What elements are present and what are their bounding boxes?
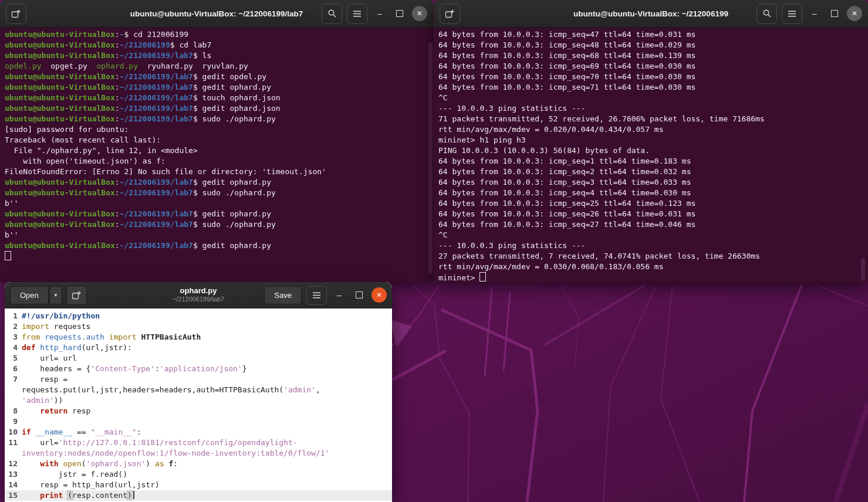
new-tab-button[interactable]: [440, 4, 460, 24]
terminal-line: ubuntu@ubuntu-VirtualBox:~/212006199/lab…: [5, 188, 428, 198]
menu-button[interactable]: [306, 286, 327, 305]
line-number: 5: [5, 353, 22, 364]
new-document-button[interactable]: [66, 286, 87, 305]
code-line: 3from requests.auth import HTTPBasicAuth: [5, 332, 392, 342]
gedit-window: Open ▾ ophard.py ~/212006199/lab7 Save –…: [5, 282, 392, 502]
code-line: 10if __name__ == "__main__":: [5, 427, 392, 437]
close-icon: ✕: [417, 9, 423, 18]
terminal-left-output[interactable]: ubuntu@ubuntu-VirtualBox:~$ cd 212006199…: [0, 28, 433, 283]
save-button[interactable]: Save: [264, 286, 302, 304]
terminal-line: 64 bytes from 10.0.0.3: icmp_seq=27 ttl=…: [438, 219, 863, 230]
line-number: 15: [5, 490, 22, 501]
close-icon: ✕: [376, 291, 382, 299]
minimize-button[interactable]: –: [372, 6, 387, 21]
terminal-line: 64 bytes from 10.0.0.3: icmp_seq=25 ttl=…: [438, 198, 863, 209]
hamburger-menu-icon: [788, 10, 796, 18]
code-line: 5 url= url: [5, 353, 392, 364]
code-line: inventory:nodes/node/openflow:1/flow-nod…: [5, 448, 392, 459]
terminal-line: 64 bytes from 10.0.0.3: icmp_seq=68 ttl=…: [438, 50, 863, 61]
terminal-line: 64 bytes from 10.0.0.3: icmp_seq=47 ttl=…: [438, 29, 863, 40]
terminal-right-scrollbar[interactable]: [861, 258, 865, 280]
terminal-line: ubuntu@ubuntu-VirtualBox:~/212006199/lab…: [5, 177, 428, 188]
maximize-icon: [356, 291, 363, 299]
code-line: 12 with open('ophard.json') as f:: [5, 459, 392, 469]
terminal-line: ubuntu@ubuntu-VirtualBox:~/212006199/lab…: [5, 240, 428, 251]
terminal-line: ubuntu@ubuntu-VirtualBox:~/212006199/lab…: [5, 114, 428, 124]
terminal-line: ubuntu@ubuntu-VirtualBox:~/212006199/lab…: [5, 72, 428, 82]
menu-button[interactable]: [347, 4, 367, 24]
terminal-line: 64 bytes from 10.0.0.3: icmp_seq=48 ttl=…: [438, 40, 863, 50]
search-button[interactable]: [322, 4, 342, 24]
terminal-window-right: ubuntu@ubuntu-VirtualBox: ~/212006199 – …: [434, 0, 868, 282]
close-button[interactable]: ✕: [371, 287, 387, 303]
window-title: ubuntu@ubuntu-VirtualBox: ~/212006199/la…: [130, 9, 303, 18]
terminal-line: with open('timeout.json') as f:: [5, 156, 428, 167]
terminal-line: 64 bytes from 10.0.0.3: icmp_seq=69 ttl=…: [438, 61, 863, 72]
terminal-line: b'': [5, 230, 428, 240]
code-line: 14 resp = http_hard(url,jstr): [5, 480, 392, 490]
terminal-line: ubuntu@ubuntu-VirtualBox:~$ cd 212006199: [5, 29, 428, 40]
terminal-line: ubuntu@ubuntu-VirtualBox:~/212006199$ cd…: [5, 40, 428, 50]
document-title: ophard.py: [173, 286, 224, 296]
code-line: 13 jstr = f.read(): [5, 469, 392, 480]
terminal-line: File "./ophard.py", line 12, in <module>: [5, 145, 428, 156]
minimize-button[interactable]: –: [332, 287, 347, 303]
terminal-line: ubuntu@ubuntu-VirtualBox:~/212006199/lab…: [5, 219, 428, 230]
code-line: 6 headers = {'Content-Type':'application…: [5, 364, 392, 374]
maximize-button[interactable]: [392, 6, 407, 21]
close-button[interactable]: ✕: [412, 6, 427, 21]
document-path: ~/212006199/lab7: [173, 296, 224, 304]
minimize-icon: –: [812, 9, 817, 18]
terminal-cursor: [5, 251, 11, 260]
line-number: 8: [5, 406, 22, 416]
terminal-line: 64 bytes from 10.0.0.3: icmp_seq=71 ttl=…: [438, 82, 863, 93]
terminal-line: 64 bytes from 10.0.0.3: icmp_seq=26 ttl=…: [438, 209, 863, 219]
terminal-line: ubuntu@ubuntu-VirtualBox:~/212006199/lab…: [5, 103, 428, 114]
maximize-icon: [831, 10, 838, 17]
terminal-line: 64 bytes from 10.0.0.3: icmp_seq=70 ttl=…: [438, 72, 863, 82]
minimize-icon: –: [377, 9, 382, 18]
terminal-right-output[interactable]: 64 bytes from 10.0.0.3: icmp_seq=47 ttl=…: [434, 28, 868, 283]
new-tab-button[interactable]: [6, 4, 26, 24]
terminal-line: 27 packets transmitted, 7 received, 74.0…: [438, 251, 863, 262]
search-button[interactable]: [756, 4, 777, 24]
menu-button[interactable]: [782, 4, 802, 24]
gedit-headerbar: Open ▾ ophard.py ~/212006199/lab7 Save –…: [5, 282, 392, 308]
new-tab-icon: [11, 9, 21, 19]
minimize-button[interactable]: –: [807, 6, 822, 21]
line-number: [5, 395, 22, 406]
terminal-line: ubuntu@ubuntu-VirtualBox:~/212006199/lab…: [5, 209, 428, 219]
terminal-line: ^C: [438, 230, 863, 240]
line-number: 10: [5, 427, 22, 437]
line-number: 6: [5, 364, 22, 374]
terminal-line: ubuntu@ubuntu-VirtualBox:~/212006199/lab…: [5, 93, 428, 103]
close-button[interactable]: ✕: [847, 6, 862, 21]
terminal-line: PING 10.0.0.3 (10.0.0.3) 56(84) bytes of…: [438, 145, 863, 156]
terminal-line: b'': [5, 198, 428, 209]
line-number: 9: [5, 416, 22, 427]
open-dropdown-button[interactable]: ▾: [49, 286, 63, 304]
terminal-line: --- 10.0.0.3 ping statistics ---: [438, 240, 863, 251]
terminal-line: [5, 251, 428, 262]
close-icon: ✕: [852, 9, 857, 18]
maximize-button[interactable]: [352, 287, 367, 303]
maximize-button[interactable]: [827, 6, 842, 21]
hamburger-menu-icon: [353, 10, 362, 18]
open-button[interactable]: Open: [10, 286, 49, 304]
terminal-line: 64 bytes from 10.0.0.3: icmp_seq=1 ttl=6…: [438, 156, 863, 167]
code-line: 15 print (resp.content): [5, 490, 392, 501]
terminal-line: 64 bytes from 10.0.0.3: icmp_seq=4 ttl=6…: [438, 188, 863, 198]
code-line: 7 resp =: [5, 374, 392, 385]
line-number: [5, 385, 22, 395]
terminal-line: [sudo] password for ubuntu:: [5, 124, 428, 135]
terminal-line: mininet> h1 ping h3: [438, 135, 863, 145]
terminal-line: Traceback (most recent call last):: [5, 135, 428, 145]
line-number: [5, 448, 22, 459]
code-line: 11 url='http://127.0.0.1:8181/restconf/c…: [5, 437, 392, 448]
search-icon: [762, 9, 772, 18]
window-title: ubuntu@ubuntu-VirtualBox: ~/212006199: [573, 9, 728, 18]
editor-code-area[interactable]: 1#!/usr/bin/python2import requests3from …: [5, 308, 392, 502]
code-line: 8 return resp: [5, 406, 392, 416]
terminal-left-scrollbar[interactable]: [428, 42, 433, 274]
terminal-line: FileNotFoundError: [Errno 2] No such fil…: [5, 167, 428, 177]
